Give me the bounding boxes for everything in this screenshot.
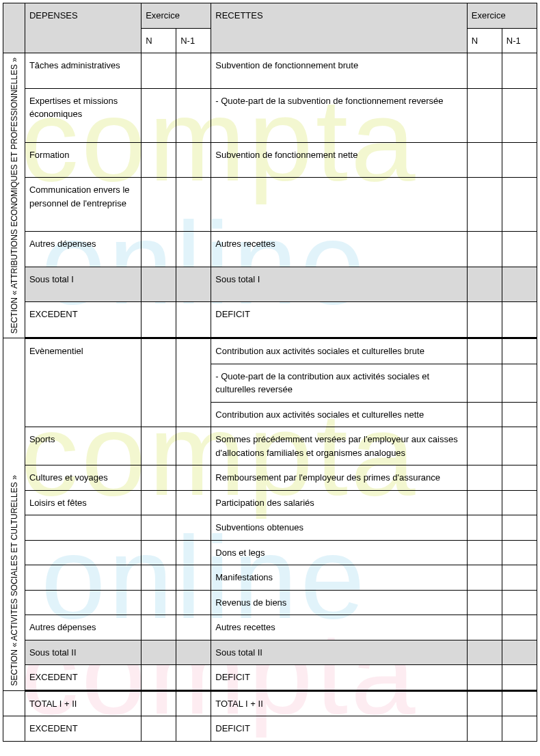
s2-row1c-rn (467, 402, 502, 427)
s1-row2-n1 (176, 88, 211, 142)
total2-rec: DEFICIT (211, 716, 468, 742)
s1-row1-n (141, 53, 176, 89)
s2-row6-rn1 (502, 540, 537, 565)
s2-row2-n (141, 427, 176, 465)
s2-row3-n1 (176, 465, 211, 491)
s2-row6-n (141, 540, 176, 565)
s1-deficit-rn1 (502, 302, 537, 338)
s1-row2-n (141, 88, 176, 142)
s2-row2-dep: Sports (25, 427, 141, 465)
header-rn: N (467, 28, 502, 53)
header-recettes: RECETTES (211, 3, 468, 53)
s1-row2-rn (467, 88, 502, 142)
s1-row4-dep: Communication envers le personnel de l'e… (25, 178, 141, 232)
s2-row1a-rn1 (502, 338, 537, 364)
s2-row4-rn1 (502, 490, 537, 515)
s2-row9-n (141, 615, 176, 640)
s2-row7-n (141, 565, 176, 591)
s2-row9-n1 (176, 615, 211, 640)
s1-deficit-rec: DEFICIT (211, 302, 468, 338)
s2-row1-n (141, 338, 176, 427)
s2-row1b-rec: - Quote-part de la contribution aux acti… (211, 364, 468, 402)
s2-row1-n1 (176, 338, 211, 427)
s2-row3-rn (467, 465, 502, 491)
s2-row5-n1 (176, 515, 211, 541)
s2-row5-dep (25, 515, 141, 541)
section2-title: SECTION « ACTIVITES SOCIALES ET CULTUREL… (3, 338, 25, 691)
s2-subtotal-rn1 (502, 640, 537, 665)
s2-row9-rn (467, 615, 502, 640)
s1-row2-dep: Expertises et missions économiques (25, 88, 141, 142)
s2-row8-n (141, 590, 176, 615)
header-depenses: DEPENSES (25, 3, 141, 53)
s2-row1a-rec: Contribution aux activités sociales et c… (211, 338, 468, 364)
s2-row6-rn (467, 540, 502, 565)
s2-row3-dep: Cultures et voyages (25, 465, 141, 491)
total1-dep: TOTAL I + II (25, 690, 141, 716)
s2-row2-rec: Sommes précédemment versées par l'employ… (211, 427, 468, 465)
s1-subtotal-rec: Sous total I (211, 267, 468, 302)
total1-rn1 (502, 690, 537, 716)
s2-row1a-rn (467, 338, 502, 364)
s2-subtotal-n (141, 640, 176, 665)
s1-row3-n (141, 142, 176, 178)
s1-row1-rec: Subvention de fonctionnement brute (211, 53, 468, 89)
total1-n1 (176, 690, 211, 716)
s1-subtotal-n (141, 267, 176, 302)
total2-dep: EXCEDENT (25, 716, 141, 742)
s2-subtotal-dep: Sous total II (25, 640, 141, 665)
s2-row7-dep (25, 565, 141, 591)
s2-row2-rn (467, 427, 502, 465)
s2-row6-n1 (176, 540, 211, 565)
s2-row1-dep: Evènementiel (25, 338, 141, 427)
s2-row5-rn1 (502, 515, 537, 541)
s1-row3-dep: Formation (25, 142, 141, 178)
s1-row3-n1 (176, 142, 211, 178)
total2-n1 (176, 716, 211, 742)
s1-row3-rec: Subvention de fonctionnement nette (211, 142, 468, 178)
s2-deficit-rn (467, 665, 502, 691)
s1-subtotal-rn1 (502, 267, 537, 302)
s2-row4-rn (467, 490, 502, 515)
s2-row2-n1 (176, 427, 211, 465)
s1-subtotal-n1 (176, 267, 211, 302)
s1-row5-rec: Autres recettes (211, 232, 468, 267)
s2-row8-rn1 (502, 590, 537, 615)
s2-row5-rec: Subventions obtenues (211, 515, 468, 541)
s1-excedent-n (141, 302, 176, 338)
s1-row3-rn1 (502, 142, 537, 178)
s1-row3-rn (467, 142, 502, 178)
s1-excedent-dep: EXCEDENT (25, 302, 141, 338)
s1-row4-rn (467, 178, 502, 232)
header-exercice-right: Exercice (467, 3, 537, 29)
s2-row8-rn (467, 590, 502, 615)
section1-title: SECTION « ATTRIBUTIONS ECONOMIQUES ET PR… (3, 53, 25, 338)
header-n: N (141, 28, 176, 53)
s1-row5-rn1 (502, 232, 537, 267)
s1-row4-n (141, 178, 176, 232)
s2-row6-dep (25, 540, 141, 565)
s2-deficit-rec: DEFICIT (211, 665, 468, 691)
s2-subtotal-n1 (176, 640, 211, 665)
header-n1: N-1 (176, 28, 211, 53)
s2-row7-rn1 (502, 565, 537, 591)
s2-row4-n1 (176, 490, 211, 515)
s1-row2-rec: - Quote-part de la subvention de fonctio… (211, 88, 468, 142)
total-rot-blank2 (3, 716, 25, 742)
s1-row1-rn1 (502, 53, 537, 89)
s2-row8-n1 (176, 590, 211, 615)
total2-n (141, 716, 176, 742)
total1-rn (467, 690, 502, 716)
s1-deficit-rn (467, 302, 502, 338)
s1-row4-rn1 (502, 178, 537, 232)
s2-row3-rn1 (502, 465, 537, 491)
s2-excedent-n (141, 665, 176, 691)
s2-row2-rn1 (502, 427, 537, 465)
s2-subtotal-rec: Sous total II (211, 640, 468, 665)
s2-row7-rn (467, 565, 502, 591)
header-exercice-left: Exercice (141, 3, 211, 29)
s2-row8-dep (25, 590, 141, 615)
s1-row5-rn (467, 232, 502, 267)
s2-row9-rec: Autres recettes (211, 615, 468, 640)
total-rot-blank (3, 690, 25, 716)
